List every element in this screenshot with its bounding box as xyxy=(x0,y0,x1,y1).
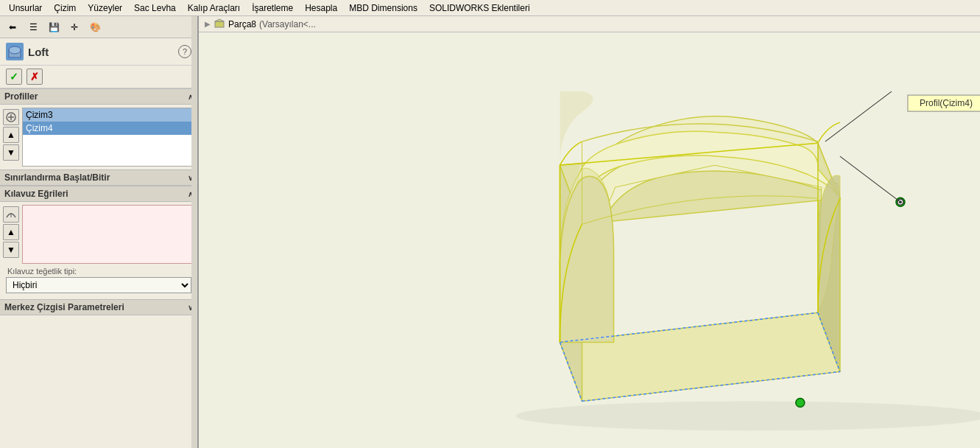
menu-isaretleme[interactable]: İşaretleme xyxy=(246,1,299,15)
kilavuz-up-btn[interactable]: ▲ xyxy=(3,224,19,240)
svg-text:Profil(Çizim4): Profil(Çizim4) xyxy=(920,98,973,108)
kilavuz-label: Kılavuz Eğrileri xyxy=(4,189,68,199)
profile-item-cizim4[interactable]: Çizim4 xyxy=(23,122,194,135)
kilavuz-section-header[interactable]: Kılavuz Eğrileri ∧ xyxy=(0,186,197,202)
help-button[interactable]: ? xyxy=(178,45,191,58)
sinirlama-section-header[interactable]: Sınırlandırma Başlat/Bitir ∨ xyxy=(0,169,197,186)
merkez-section-header[interactable]: Merkez Çizgisi Parametreleri ∨ xyxy=(0,299,197,315)
panel-btn-list[interactable]: ☰ xyxy=(24,18,43,36)
menu-yuzeyler[interactable]: Yüzeyler xyxy=(82,1,128,15)
feature-title-row: Loft ? xyxy=(0,38,197,66)
kilavuz-content: ▲ ▼ Kılavuz teğetlik tipi: Hiçbiri Teğet… xyxy=(0,202,197,299)
breadcrumb-part: Parça8 xyxy=(228,19,256,29)
tangent-label: Kılavuz teğetlik tipi: xyxy=(6,267,191,276)
profile-list[interactable]: Çizim3 Çizim4 xyxy=(22,108,194,167)
cancel-button[interactable]: ✗ xyxy=(27,69,43,85)
kilavuz-add-btn[interactable] xyxy=(3,206,19,223)
menu-bar: Unsurlar Çizim Yüzeyler Sac Levha Kalıp … xyxy=(0,0,980,16)
menu-unsurlar[interactable]: Unsurlar xyxy=(3,1,48,15)
breadcrumb: ▶ Parça8 (Varsayılan<... xyxy=(199,16,980,32)
confirm-row: ✓ ✗ xyxy=(0,66,197,88)
panel-btn-plus[interactable]: ✛ xyxy=(65,18,84,36)
svg-rect-6 xyxy=(215,21,224,27)
profiller-row: ▲ ▼ Çizim3 Çizim4 xyxy=(3,108,194,167)
breadcrumb-context: (Varsayılan<... xyxy=(259,19,316,29)
menu-mbd-dimensions[interactable]: MBD Dimensions xyxy=(343,1,423,15)
panel-btn-save[interactable]: 💾 xyxy=(44,18,63,36)
kilavuz-row: ▲ ▼ xyxy=(3,205,194,264)
feature-name: Loft xyxy=(6,43,49,60)
svg-point-1 xyxy=(9,46,21,54)
menu-cizim[interactable]: Çizim xyxy=(48,1,82,15)
menu-sac-levha[interactable]: Sac Levha xyxy=(128,1,182,15)
profiller-down-btn[interactable]: ▼ xyxy=(3,144,19,161)
profiller-side-buttons: ▲ ▼ xyxy=(3,109,19,161)
left-panel: ⬅ ☰ 💾 ✛ 🎨 Loft ? ✓ ✗ xyxy=(0,16,199,448)
tangent-select[interactable]: Hiçbiri Teğet Eğrilik xyxy=(6,277,191,293)
profiller-add-btn[interactable] xyxy=(3,109,19,125)
profiller-content: ▲ ▼ Çizim3 Çizim4 xyxy=(0,105,197,169)
panel-btn-arrow[interactable]: ⬅ xyxy=(3,18,22,36)
breadcrumb-arrow: ▶ xyxy=(205,20,211,28)
tangent-dropdown-row: Kılavuz teğetlik tipi: Hiçbiri Teğet Eğr… xyxy=(3,264,194,296)
guide-list[interactable] xyxy=(22,205,194,264)
menu-hesapla[interactable]: Hesapla xyxy=(299,1,343,15)
svg-marker-7 xyxy=(215,19,224,21)
menu-solidworks-eklentileri[interactable]: SOLIDWORKS Eklentileri xyxy=(423,1,536,15)
ok-button[interactable]: ✓ xyxy=(6,69,22,85)
loft-icon xyxy=(6,43,24,60)
profiller-section-header[interactable]: Profiller ∧ xyxy=(0,88,197,105)
panel-btn-color[interactable]: 🎨 xyxy=(85,18,105,36)
kilavuz-down-btn[interactable]: ▼ xyxy=(3,242,19,258)
main-area: ⬅ ☰ 💾 ✛ 🎨 Loft ? ✓ ✗ xyxy=(0,16,980,448)
part-icon xyxy=(214,18,225,30)
panel-toolbar: ⬅ ☰ 💾 ✛ 🎨 xyxy=(0,16,197,38)
viewport-3d[interactable]: Profil(Çizim4) xyxy=(199,32,980,448)
kilavuz-side-buttons: ▲ ▼ xyxy=(3,206,19,258)
svg-point-24 xyxy=(796,398,805,407)
3d-shape-svg: Profil(Çizim4) xyxy=(199,32,980,448)
profiller-label: Profiller xyxy=(4,91,38,102)
panel-scrollbar[interactable] xyxy=(191,16,197,448)
profile-item-cizim3[interactable]: Çizim3 xyxy=(23,108,194,122)
profiller-up-btn[interactable]: ▲ xyxy=(3,127,19,143)
svg-point-9 xyxy=(515,401,980,430)
merkez-label: Merkez Çizgisi Parametreleri xyxy=(4,302,124,312)
sinirlama-label: Sınırlandırma Başlat/Bitir xyxy=(4,172,110,183)
menu-kalip-araclari[interactable]: Kalıp Araçları xyxy=(182,1,246,15)
feature-label: Loft xyxy=(28,46,49,58)
